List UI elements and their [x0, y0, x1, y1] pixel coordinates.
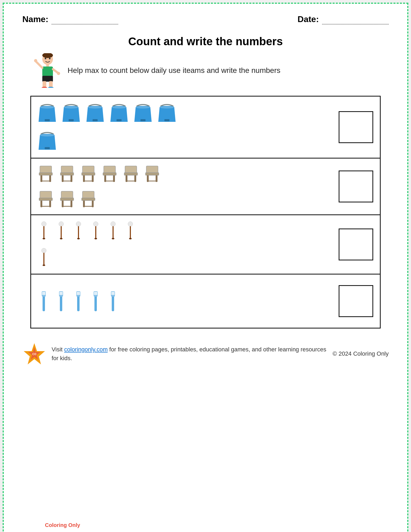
svg-rect-99: [44, 292, 45, 295]
svg-rect-113: [95, 292, 96, 295]
svg-line-6: [36, 61, 42, 68]
title-section: Count and write the numbers: [17, 35, 394, 48]
svg-rect-118: [113, 292, 113, 295]
chair-6: [143, 164, 161, 184]
svg-point-2: [45, 58, 46, 59]
svg-rect-29: [40, 166, 52, 173]
svg-rect-109: [79, 292, 80, 295]
svg-rect-110: [94, 295, 97, 311]
svg-rect-16: [45, 119, 50, 121]
svg-rect-43: [83, 181, 94, 181]
svg-rect-40: [82, 173, 95, 175]
name-field: Name:: [22, 14, 118, 24]
table-row-toothbrushes: [31, 275, 380, 328]
svg-point-3: [49, 58, 51, 59]
svg-rect-5: [42, 66, 53, 77]
svg-rect-87: [113, 226, 114, 238]
svg-rect-75: [43, 226, 44, 238]
svg-point-86: [111, 222, 115, 226]
svg-rect-97: [42, 292, 43, 295]
svg-rect-34: [61, 166, 73, 173]
toothbrush-5: [106, 289, 120, 313]
svg-rect-10: [42, 76, 53, 82]
svg-rect-119: [114, 292, 114, 295]
name-dots: [52, 15, 118, 24]
svg-point-17: [64, 106, 78, 109]
svg-point-91: [129, 238, 132, 239]
svg-rect-107: [77, 292, 78, 295]
svg-point-77: [59, 222, 64, 226]
svg-rect-54: [146, 166, 158, 173]
svg-rect-49: [125, 166, 137, 173]
brand-label: Coloring Only: [45, 522, 80, 528]
svg-rect-30: [39, 173, 52, 175]
svg-rect-59: [40, 191, 52, 199]
buckets-area: [31, 97, 332, 158]
svg-rect-53: [126, 181, 136, 181]
svg-point-82: [77, 238, 80, 239]
footer-copyright: © 2024 Coloring Only: [333, 350, 389, 357]
svg-rect-70: [82, 198, 95, 201]
svg-rect-69: [82, 191, 94, 199]
svg-rect-60: [39, 198, 52, 201]
svg-rect-55: [146, 173, 159, 175]
svg-rect-35: [60, 173, 74, 175]
spoons-area: [31, 215, 332, 274]
svg-point-92: [41, 248, 46, 253]
chair-4: [100, 164, 119, 184]
svg-rect-103: [61, 292, 61, 295]
svg-rect-63: [40, 206, 51, 207]
svg-point-7: [34, 59, 37, 62]
svg-point-19: [88, 106, 102, 109]
svg-rect-105: [77, 295, 80, 311]
svg-rect-50: [124, 173, 138, 175]
table-row-chairs: [31, 159, 380, 215]
svg-point-85: [94, 238, 97, 239]
bucket-5: [132, 102, 153, 124]
svg-rect-4: [46, 64, 49, 66]
svg-point-13: [41, 87, 47, 88]
svg-rect-68: [62, 206, 72, 207]
svg-rect-104: [62, 292, 63, 295]
svg-point-23: [136, 106, 150, 109]
spoon-6: [123, 221, 138, 242]
svg-rect-73: [83, 206, 94, 207]
svg-rect-98: [43, 292, 44, 295]
svg-rect-84: [95, 226, 96, 238]
chairs-area: [31, 159, 332, 214]
svg-rect-112: [94, 292, 95, 295]
svg-rect-58: [147, 181, 157, 181]
toothbrushes-area: [31, 284, 332, 318]
website-link[interactable]: coloringonly.com: [64, 346, 107, 353]
footer-right: © 2024 Coloring Only: [333, 350, 389, 357]
spoon-7: [36, 247, 51, 268]
svg-rect-48: [104, 181, 115, 181]
chair-2: [58, 164, 76, 184]
date-field: Date:: [298, 14, 389, 24]
footer-text-area: Visit coloringonly.com for free coloring…: [52, 345, 327, 363]
answer-box-buckets: [339, 111, 373, 143]
svg-point-27: [40, 134, 55, 136]
svg-point-89: [128, 222, 133, 226]
svg-point-25: [160, 106, 174, 109]
svg-rect-39: [82, 166, 94, 173]
footer: CO Visit coloringonly.com for free color…: [17, 339, 394, 368]
chair-9: [79, 189, 98, 209]
svg-point-74: [41, 222, 46, 226]
counting-table: [30, 96, 381, 329]
svg-rect-65: [60, 198, 74, 201]
svg-rect-24: [140, 119, 146, 121]
svg-rect-33: [40, 181, 51, 181]
svg-rect-28: [45, 147, 50, 149]
footer-logo: CO: [22, 342, 46, 366]
svg-point-79: [60, 238, 63, 239]
chair-3: [79, 164, 98, 184]
svg-point-21: [112, 106, 126, 109]
svg-rect-26: [164, 119, 169, 121]
answer-box-spoons: [339, 228, 373, 260]
name-label: Name:: [22, 14, 48, 24]
svg-rect-95: [43, 295, 45, 311]
bucket-7: [36, 130, 58, 152]
svg-rect-78: [61, 226, 62, 238]
svg-rect-64: [61, 191, 73, 199]
